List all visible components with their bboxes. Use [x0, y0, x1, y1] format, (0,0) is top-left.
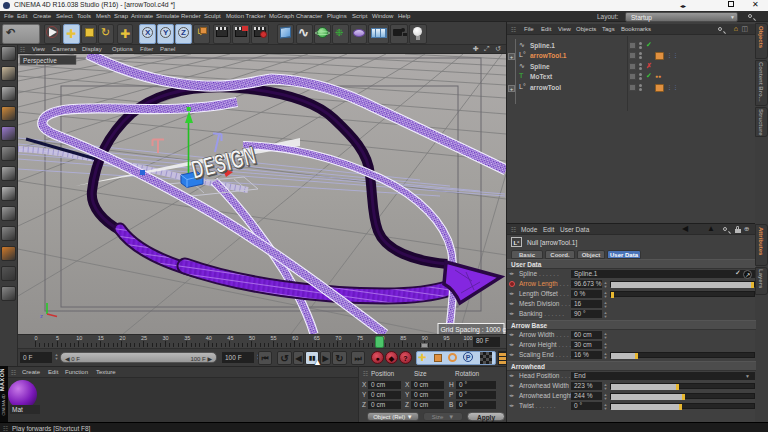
svg-text:Perspective: Perspective [23, 57, 57, 65]
svg-text:Grid Spacing : 1000 cm: Grid Spacing : 1000 cm [441, 326, 507, 334]
svg-text:z: z [40, 313, 43, 319]
